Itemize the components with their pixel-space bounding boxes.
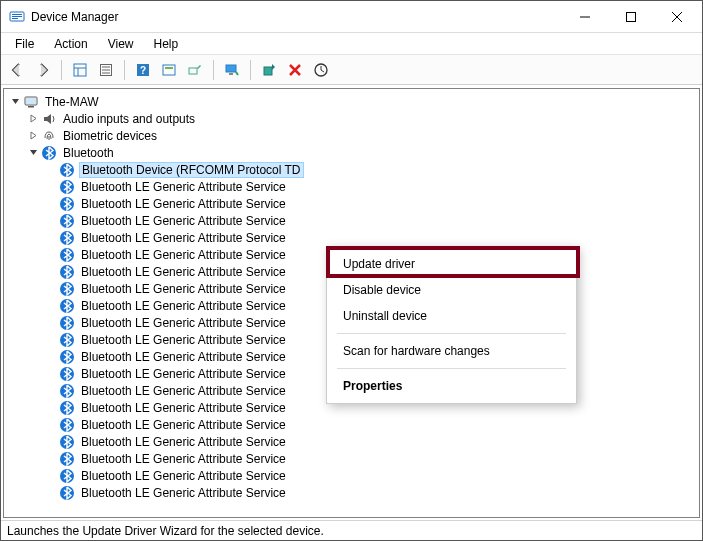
toolbar-separator bbox=[61, 60, 62, 80]
tree-device-label: Bluetooth LE Generic Attribute Service bbox=[79, 197, 288, 211]
svg-rect-3 bbox=[12, 18, 18, 19]
toolbar-forward-button[interactable] bbox=[31, 58, 55, 82]
bluetooth-icon bbox=[59, 298, 75, 314]
toolbar-delete-button[interactable] bbox=[283, 58, 307, 82]
chevron-right-icon[interactable] bbox=[26, 129, 40, 143]
menu-help[interactable]: Help bbox=[144, 35, 189, 53]
tree-device-label: Bluetooth Device (RFCOMM Protocol TD bbox=[79, 162, 304, 178]
bluetooth-icon bbox=[59, 400, 75, 416]
toolbar-monitor-button[interactable] bbox=[220, 58, 244, 82]
fingerprint-icon bbox=[41, 128, 57, 144]
tree-root[interactable]: The-MAW bbox=[8, 93, 699, 110]
tree-device[interactable]: Bluetooth LE Generic Attribute Service bbox=[8, 195, 699, 212]
statusbar-text: Launches the Update Driver Wizard for th… bbox=[7, 524, 324, 538]
bluetooth-icon bbox=[59, 162, 75, 178]
tree-device-label: Bluetooth LE Generic Attribute Service bbox=[79, 180, 288, 194]
tree-device-label: Bluetooth LE Generic Attribute Service bbox=[79, 401, 288, 415]
app-icon bbox=[9, 9, 25, 25]
tree-device[interactable]: Bluetooth LE Generic Attribute Service bbox=[8, 178, 699, 195]
tree-category[interactable]: Biometric devices bbox=[8, 127, 699, 144]
tree-device[interactable]: Bluetooth LE Generic Attribute Service bbox=[8, 450, 699, 467]
maximize-button[interactable] bbox=[608, 2, 654, 32]
bluetooth-icon bbox=[59, 179, 75, 195]
toolbar-separator bbox=[250, 60, 251, 80]
tree-device-label: Bluetooth LE Generic Attribute Service bbox=[79, 299, 288, 313]
tree-device[interactable]: Bluetooth LE Generic Attribute Service bbox=[8, 467, 699, 484]
svg-text:?: ? bbox=[140, 65, 146, 76]
ctx-scan-hardware[interactable]: Scan for hardware changes bbox=[329, 338, 574, 364]
tree-device-label: Bluetooth LE Generic Attribute Service bbox=[79, 231, 288, 245]
tree-device-label: Bluetooth LE Generic Attribute Service bbox=[79, 248, 288, 262]
svg-rect-5 bbox=[627, 12, 636, 21]
ctx-uninstall-device[interactable]: Uninstall device bbox=[329, 303, 574, 329]
tree-device-selected[interactable]: Bluetooth Device (RFCOMM Protocol TD bbox=[8, 161, 699, 178]
svg-rect-19 bbox=[189, 68, 197, 74]
tree-device-label: Bluetooth LE Generic Attribute Service bbox=[79, 316, 288, 330]
toolbar: ? bbox=[1, 55, 702, 85]
ctx-update-driver[interactable]: Update driver bbox=[329, 251, 574, 277]
tree-device-label: Bluetooth LE Generic Attribute Service bbox=[79, 418, 288, 432]
toolbar-icon-5[interactable] bbox=[183, 58, 207, 82]
bluetooth-icon bbox=[59, 332, 75, 348]
menu-action[interactable]: Action bbox=[44, 35, 97, 53]
speaker-icon bbox=[41, 111, 57, 127]
ctx-separator bbox=[337, 333, 566, 334]
bluetooth-icon bbox=[59, 485, 75, 501]
tree-device-label: Bluetooth LE Generic Attribute Service bbox=[79, 367, 288, 381]
bluetooth-icon bbox=[59, 281, 75, 297]
ctx-separator bbox=[337, 368, 566, 369]
bluetooth-icon bbox=[59, 451, 75, 467]
svg-rect-17 bbox=[163, 65, 175, 75]
toolbar-icon-2[interactable] bbox=[94, 58, 118, 82]
bluetooth-icon bbox=[59, 230, 75, 246]
bluetooth-icon bbox=[59, 247, 75, 263]
svg-rect-8 bbox=[74, 64, 86, 76]
tree-device[interactable]: Bluetooth LE Generic Attribute Service bbox=[8, 416, 699, 433]
tree-device[interactable]: Bluetooth LE Generic Attribute Service bbox=[8, 212, 699, 229]
bluetooth-icon bbox=[59, 264, 75, 280]
toolbar-update-driver-button[interactable] bbox=[257, 58, 281, 82]
menubar: File Action View Help bbox=[1, 33, 702, 55]
toolbar-scan-button[interactable] bbox=[309, 58, 333, 82]
toolbar-separator bbox=[213, 60, 214, 80]
tree-device[interactable]: Bluetooth LE Generic Attribute Service bbox=[8, 433, 699, 450]
pc-icon bbox=[23, 94, 39, 110]
ctx-disable-device[interactable]: Disable device bbox=[329, 277, 574, 303]
bluetooth-icon bbox=[59, 196, 75, 212]
toolbar-icon-4[interactable] bbox=[157, 58, 181, 82]
tree-device-label: Bluetooth LE Generic Attribute Service bbox=[79, 333, 288, 347]
device-manager-window: Device Manager File Action View Help ? T… bbox=[0, 0, 703, 541]
tree-device-label: Bluetooth LE Generic Attribute Service bbox=[79, 486, 288, 500]
menu-view[interactable]: View bbox=[98, 35, 144, 53]
bluetooth-icon bbox=[59, 417, 75, 433]
bluetooth-icon bbox=[41, 145, 57, 161]
tree-category[interactable]: Audio inputs and outputs bbox=[8, 110, 699, 127]
ctx-properties[interactable]: Properties bbox=[329, 373, 574, 399]
svg-rect-20 bbox=[226, 65, 236, 72]
menu-file[interactable]: File bbox=[5, 35, 44, 53]
toolbar-help-button[interactable]: ? bbox=[131, 58, 155, 82]
tree-category-label: Audio inputs and outputs bbox=[61, 112, 197, 126]
bluetooth-icon bbox=[59, 434, 75, 450]
chevron-down-icon[interactable] bbox=[26, 146, 40, 160]
tree-device-label: Bluetooth LE Generic Attribute Service bbox=[79, 265, 288, 279]
toolbar-icon-1[interactable] bbox=[68, 58, 92, 82]
chevron-right-icon[interactable] bbox=[26, 112, 40, 126]
tree-device-label: Bluetooth LE Generic Attribute Service bbox=[79, 384, 288, 398]
toolbar-back-button[interactable] bbox=[5, 58, 29, 82]
chevron-down-icon[interactable] bbox=[8, 95, 22, 109]
bluetooth-icon bbox=[59, 383, 75, 399]
svg-rect-25 bbox=[28, 106, 34, 108]
tree-device[interactable]: Bluetooth LE Generic Attribute Service bbox=[8, 484, 699, 501]
svg-rect-26 bbox=[26, 98, 36, 104]
tree-device-label: Bluetooth LE Generic Attribute Service bbox=[79, 469, 288, 483]
context-menu: Update driver Disable device Uninstall d… bbox=[326, 246, 577, 404]
bluetooth-icon bbox=[59, 468, 75, 484]
svg-rect-22 bbox=[264, 67, 272, 75]
tree-category[interactable]: Bluetooth bbox=[8, 144, 699, 161]
bluetooth-icon bbox=[59, 315, 75, 331]
close-button[interactable] bbox=[654, 2, 700, 32]
svg-rect-21 bbox=[229, 73, 233, 75]
tree-device[interactable]: Bluetooth LE Generic Attribute Service bbox=[8, 229, 699, 246]
minimize-button[interactable] bbox=[562, 2, 608, 32]
